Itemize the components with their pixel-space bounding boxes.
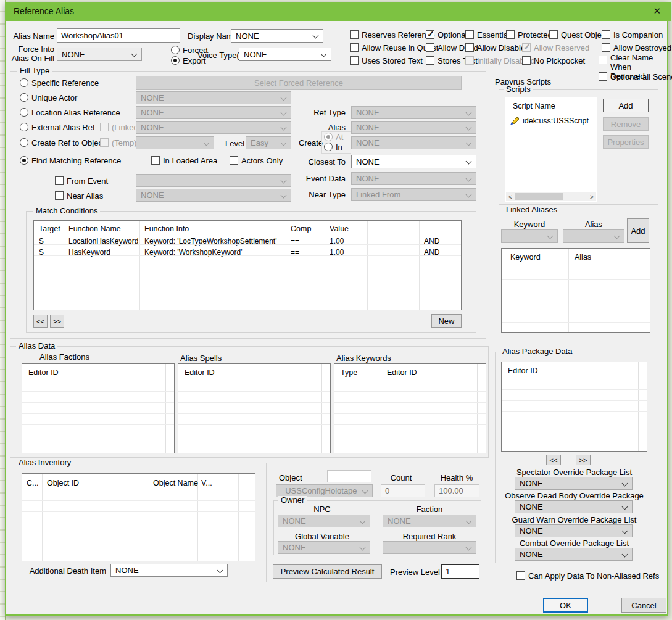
uses-stored-text-checkbox[interactable]: Uses Stored Text bbox=[350, 56, 423, 65]
spectator-override-select[interactable]: NONE bbox=[515, 477, 633, 490]
ok-button[interactable]: OK bbox=[543, 598, 588, 613]
scroll-left-icon[interactable]: < bbox=[506, 192, 515, 201]
scroll-right-icon[interactable]: > bbox=[587, 192, 596, 201]
voice-types-select[interactable]: NONE bbox=[239, 48, 331, 61]
can-apply-checkbox[interactable]: Can Apply Data To Non-Aliased Refs bbox=[516, 571, 659, 581]
chevron-down-icon bbox=[466, 125, 472, 131]
unique-actor-select: NONE bbox=[136, 91, 291, 104]
near-alias-checkbox[interactable]: Near Alias bbox=[55, 191, 103, 200]
chevron-down-icon bbox=[466, 140, 472, 146]
new-condition-button[interactable]: New bbox=[431, 314, 462, 328]
unique-actor-radio[interactable]: Unique Actor bbox=[20, 93, 77, 102]
guard-warn-select[interactable]: NONE bbox=[515, 524, 633, 537]
alias-package-data-list[interactable]: Editor ID bbox=[501, 362, 647, 452]
chevron-down-icon bbox=[281, 125, 287, 131]
preview-level-input[interactable]: 1 bbox=[441, 564, 479, 579]
alias-name-input[interactable]: WorkshopAlias01 bbox=[57, 28, 180, 43]
in-loaded-area-checkbox[interactable]: In Loaded Area bbox=[151, 156, 217, 165]
col-object-name[interactable]: Object Name bbox=[153, 479, 198, 487]
health-input: 100.00 bbox=[434, 484, 479, 497]
display-name-select[interactable]: NONE bbox=[231, 29, 323, 43]
col-object-id[interactable]: Object ID bbox=[47, 479, 79, 487]
required-rank-select bbox=[383, 541, 476, 554]
linked-keyword-select bbox=[501, 229, 558, 243]
optional-all-scenes-checkbox[interactable]: Optional all Scenes bbox=[599, 72, 672, 81]
optional-checkbox[interactable]: Optional bbox=[426, 30, 467, 39]
col-v-abbrev[interactable]: V... bbox=[201, 479, 212, 487]
alias-label: Alias bbox=[290, 123, 346, 132]
actors-only-checkbox[interactable]: Actors Only bbox=[230, 156, 283, 165]
close-icon[interactable]: ✕ bbox=[653, 6, 661, 17]
col-editor-id[interactable]: Editor ID bbox=[185, 368, 215, 377]
chevron-down-icon bbox=[362, 488, 368, 494]
chevron-down-icon bbox=[622, 528, 628, 534]
alias-inventory-table[interactable]: C... Object ID Object Name V... bbox=[22, 473, 255, 561]
guard-warn-label: Guard Warn Override Package List bbox=[495, 515, 653, 524]
script-icon bbox=[510, 116, 520, 125]
col-alias[interactable]: Alias bbox=[575, 253, 591, 262]
col-target[interactable]: Target bbox=[39, 225, 60, 233]
essential-checkbox[interactable]: Essential bbox=[465, 30, 510, 39]
npc-label: NPC bbox=[274, 505, 370, 514]
reserves-reference-checkbox[interactable]: Reserves Reference bbox=[350, 30, 435, 39]
is-companion-checkbox[interactable]: Is Companion bbox=[602, 30, 663, 39]
display-name-label: Display Name bbox=[188, 31, 238, 41]
allow-destroyed-checkbox[interactable]: Allow Destroyed bbox=[602, 43, 671, 52]
additional-death-item-select[interactable]: NONE bbox=[110, 564, 228, 577]
scripts-hscrollbar[interactable]: < > bbox=[506, 192, 596, 201]
alias-data-label: Alias Data bbox=[16, 342, 57, 350]
from-event-checkbox[interactable]: From Event bbox=[55, 176, 108, 186]
object-filter-input[interactable] bbox=[327, 470, 371, 482]
col-count-abbrev[interactable]: C... bbox=[27, 479, 38, 487]
specific-reference-radio[interactable]: Specific Reference bbox=[20, 78, 99, 88]
cancel-button[interactable]: Cancel bbox=[621, 598, 666, 613]
window-title: Reference Alias bbox=[14, 6, 74, 16]
allow-reuse-checkbox[interactable]: Allow Reuse in Quest bbox=[350, 43, 438, 52]
linked-alias-select bbox=[563, 229, 624, 243]
col-function-name[interactable]: Function Name bbox=[68, 225, 121, 233]
find-matching-reference-radio[interactable]: Find Matching Reference bbox=[20, 156, 121, 165]
conditions-next-button[interactable]: >> bbox=[50, 315, 64, 328]
col-type[interactable]: Type bbox=[341, 368, 357, 377]
script-list-item[interactable]: idek:uss:USSScript bbox=[510, 116, 589, 125]
alias-keywords-list[interactable]: Type Editor ID bbox=[334, 363, 486, 453]
combat-override-select[interactable]: NONE bbox=[515, 548, 633, 561]
quest-object-checkbox[interactable]: Quest Object bbox=[549, 30, 608, 39]
location-alias-select: NONE bbox=[136, 106, 291, 119]
col-editor-id[interactable]: Editor ID bbox=[508, 366, 538, 375]
closest-to-select[interactable]: NONE bbox=[351, 155, 476, 168]
col-script-name[interactable]: Script Name bbox=[513, 102, 555, 110]
location-alias-reference-radio[interactable]: Location Alias Reference bbox=[20, 108, 120, 117]
col-editor-id[interactable]: Editor ID bbox=[387, 368, 417, 377]
count-input: 0 bbox=[381, 484, 425, 497]
chevron-down-icon bbox=[466, 176, 472, 182]
chevron-down-icon bbox=[547, 233, 554, 239]
external-alias-ref-radio[interactable]: External Alias Ref bbox=[20, 123, 95, 132]
add-linked-alias-button[interactable]: Add bbox=[627, 218, 649, 243]
col-value[interactable]: Value bbox=[330, 225, 349, 233]
level-label: Level bbox=[225, 139, 244, 148]
title-bar[interactable]: Reference Alias ✕ bbox=[5, 2, 671, 21]
observe-dead-body-select[interactable]: NONE bbox=[515, 500, 633, 513]
add-script-button[interactable]: Add bbox=[603, 99, 649, 112]
col-editor-id[interactable]: Editor ID bbox=[28, 368, 59, 377]
scrollbar-thumb[interactable] bbox=[515, 193, 563, 200]
preview-calculated-result-button[interactable]: Preview Calculated Result bbox=[273, 564, 382, 579]
col-keyword[interactable]: Keyword bbox=[510, 253, 541, 262]
force-into-select[interactable]: NONE bbox=[57, 48, 142, 61]
alias-keywords-label: Alias Keywords bbox=[336, 353, 391, 363]
col-comp[interactable]: Comp bbox=[291, 225, 311, 233]
script-properties-button: Properties bbox=[603, 135, 649, 149]
allow-disabled-checkbox[interactable]: Allow Disabled bbox=[465, 43, 529, 52]
conditions-prev-button[interactable]: << bbox=[33, 315, 48, 328]
reference-alias-dialog: Reference Alias ✕ Alias Name WorkshopAli… bbox=[5, 2, 668, 616]
create-ref-to-object-radio[interactable]: Create Ref to Object bbox=[20, 138, 105, 147]
protected-checkbox[interactable]: Protected bbox=[506, 30, 552, 39]
alias-factions-list[interactable]: Editor ID bbox=[22, 363, 175, 453]
package-prev-button[interactable]: << bbox=[546, 455, 561, 465]
no-pickpocket-checkbox[interactable]: No Pickpocket bbox=[522, 56, 585, 65]
col-function-info[interactable]: Function Info bbox=[144, 225, 189, 233]
package-next-button[interactable]: >> bbox=[576, 455, 591, 465]
alias-spells-list[interactable]: Editor ID bbox=[178, 363, 331, 453]
chevron-down-icon bbox=[281, 178, 287, 184]
